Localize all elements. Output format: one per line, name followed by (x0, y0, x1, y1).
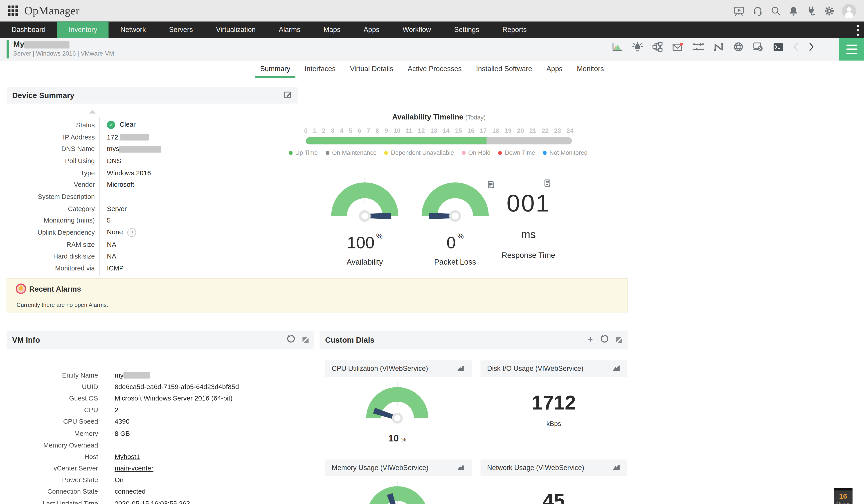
availability-label: Availability (329, 257, 400, 266)
field-row-memoverhead: Memory Overhead (7, 439, 314, 451)
main-nav: Dashboard Inventory Network Servers Virt… (0, 22, 864, 38)
disk-io-value: 1712 (481, 391, 627, 415)
cpu-utilization-value: 10 % (364, 433, 430, 444)
chart-mini-icon[interactable] (457, 364, 465, 373)
remote-control-icon[interactable] (753, 42, 764, 52)
report-icon[interactable] (544, 179, 551, 189)
nav-network[interactable]: Network (109, 22, 157, 38)
hour-tick: 3 (331, 127, 334, 134)
top-app-bar: OpManager (0, 0, 864, 22)
workflow-icon[interactable] (652, 42, 663, 52)
refresh-icon[interactable] (600, 335, 609, 346)
tab-summary[interactable]: Summary (255, 61, 295, 77)
nav-virtualization[interactable]: Virtualization (205, 22, 267, 38)
response-time-value: 001 (493, 190, 564, 217)
device-menu-hamburger[interactable] (839, 38, 864, 61)
tab-virtual-details[interactable]: Virtual Details (345, 61, 398, 77)
packet-loss-gauge (419, 178, 491, 223)
timeline-bar-fill (306, 137, 487, 144)
nav-settings[interactable]: Settings (443, 22, 491, 38)
chart-mini-icon[interactable] (612, 364, 621, 373)
scroll-left-chevron-icon[interactable] (793, 42, 799, 52)
training-video-icon[interactable] (733, 5, 745, 16)
topbar-icons (733, 0, 856, 22)
support-headset-icon[interactable] (752, 5, 763, 16)
chart-mini-icon[interactable] (457, 464, 465, 472)
field-row-uplink: Uplink DependencyNone? (7, 227, 298, 239)
alarm-bell-icon[interactable] (632, 42, 643, 52)
terminal-icon[interactable] (773, 42, 784, 51)
integrations-plug-icon[interactable] (805, 5, 817, 16)
network-dial-header: Network Usage (VIWebService) (481, 459, 627, 476)
availability-timeline-bar[interactable] (306, 137, 572, 144)
tab-apps[interactable]: Apps (542, 61, 568, 77)
add-dial-icon[interactable]: + (588, 335, 593, 344)
edit-icon[interactable] (284, 90, 292, 100)
nav-dashboard[interactable]: Dashboard (0, 22, 57, 38)
device-status-accent (7, 40, 9, 59)
field-row-status: Status✓Clear (7, 119, 298, 131)
nav-reports[interactable]: Reports (491, 22, 538, 38)
hour-tick: 19 (505, 127, 512, 134)
device-summary-title: Device Summary (7, 91, 74, 100)
nav-overflow-kebab-icon[interactable] (856, 25, 860, 36)
redaction-block (24, 41, 70, 48)
app-grid-icon[interactable] (8, 5, 18, 16)
browse-globe-icon[interactable] (733, 42, 743, 52)
field-row-guestos: Guest OSMicrosoft Windows Server 2016 (6… (7, 393, 314, 404)
tab-installed-software[interactable]: Installed Software (471, 61, 537, 77)
user-avatar[interactable] (842, 3, 856, 18)
legend-dot-icon (498, 151, 502, 155)
nav-inventory[interactable]: Inventory (57, 22, 109, 38)
field-row-monitoring: Monitoring (mins)5 (7, 215, 298, 227)
legend-item: On Hold (462, 149, 491, 156)
hour-tick: 2 (322, 127, 325, 134)
device-summary-header: Device Summary (7, 87, 298, 104)
vm-info-header: VM Info (7, 331, 314, 349)
vm-info-title: VM Info (7, 335, 40, 344)
vcenter-link[interactable]: main-vcenter (115, 465, 154, 472)
availability-value: 100% (329, 232, 400, 252)
collapse-arrow-icon[interactable] (89, 110, 96, 113)
rediscover-loop-icon[interactable] (693, 43, 704, 51)
hour-tick: 9 (385, 127, 388, 134)
disk-dial-header: Disk I/O Usage (VIWebService) (481, 360, 627, 377)
hour-tick: 10 (394, 127, 400, 134)
expand-icon[interactable] (616, 337, 622, 343)
chart-mini-icon[interactable] (612, 464, 621, 472)
field-row-connection: Connection Stateconnected (7, 486, 314, 498)
tab-active-processes[interactable]: Active Processes (403, 61, 467, 77)
host-link[interactable]: Myhost1 (115, 453, 140, 460)
notifications-bell-icon[interactable] (789, 5, 798, 16)
mail-icon[interactable] (672, 42, 683, 51)
legend-dot-icon (326, 151, 329, 155)
nav-maps[interactable]: Maps (312, 22, 352, 38)
alarm-count: 16 (833, 491, 852, 501)
network-usage-value: 45 (481, 489, 627, 504)
network-path-icon[interactable] (713, 43, 724, 51)
nav-workflow[interactable]: Workflow (391, 22, 443, 38)
field-row-host: HostMyhost1 (7, 451, 314, 463)
field-row-updated: Last Updated Time2020-05-15 16:03:55.263 (7, 498, 314, 504)
search-icon[interactable] (770, 5, 781, 16)
report-icon[interactable] (487, 181, 495, 191)
help-icon[interactable]: ? (127, 228, 136, 237)
nav-servers[interactable]: Servers (157, 22, 204, 38)
scroll-right-chevron-icon[interactable] (808, 42, 815, 52)
hour-tick: 8 (375, 127, 379, 134)
refresh-icon[interactable] (286, 335, 295, 346)
field-row-memory: Memory8 GB (7, 428, 314, 439)
nav-alarms[interactable]: Alarms (267, 22, 312, 38)
nav-apps[interactable]: Apps (352, 22, 391, 38)
tab-interfaces[interactable]: Interfaces (300, 61, 341, 77)
expand-icon[interactable] (302, 337, 309, 343)
legend-item: Down Time (498, 149, 535, 156)
cpu-utilization-gauge (364, 383, 430, 425)
settings-gear-icon[interactable] (824, 5, 835, 16)
hour-tick: 24 (566, 127, 574, 134)
alarm-count-badge[interactable]: 16 Alarms (833, 488, 852, 504)
tab-monitors[interactable]: Monitors (572, 61, 609, 77)
timeline-hours: 0123456789101112131415161718192021222324 (304, 127, 574, 134)
performance-chart-icon[interactable] (612, 42, 623, 51)
legend-item: On Maintenance (326, 149, 377, 156)
